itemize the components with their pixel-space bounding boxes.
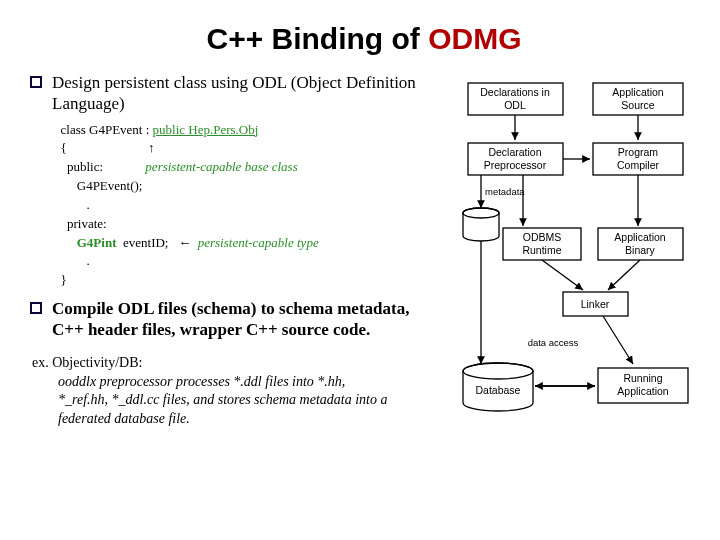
bullet-item: Compile ODL files (schema) to schema met…	[30, 298, 445, 341]
workflow-diagram: Declarations in ODL Application Source D…	[453, 78, 698, 423]
arrow-left-icon: ←	[178, 235, 198, 250]
bullet-1-text: Design persistent class using ODL (Objec…	[52, 72, 445, 115]
diag-dataaccess-label: data access	[528, 337, 579, 348]
code-annot-type: persistent-capable type	[198, 235, 319, 250]
svg-line-20	[542, 260, 583, 290]
code-inherit: public Hep.Pers.Obj	[153, 122, 259, 137]
code-annot-base: persistent-capable base class	[103, 159, 298, 174]
diag-progcomp: Program	[618, 146, 659, 158]
arrow-up-icon: ↑	[67, 140, 155, 155]
diag-runtime: ODBMS	[523, 231, 562, 243]
bullet-2-text: Compile ODL files (schema) to schema met…	[52, 298, 445, 341]
diag-runapp: Running	[623, 372, 662, 384]
diag-linker: Linker	[581, 298, 610, 310]
svg-text:Binary: Binary	[625, 244, 656, 256]
code-line: class G4PEvent : public Hep.Pers.Obj	[54, 121, 445, 140]
title-accent: ODMG	[428, 22, 521, 55]
svg-text:Preprocessor: Preprocessor	[484, 159, 547, 171]
diag-preproc: Declaration	[488, 146, 541, 158]
title-prefix: C++ Binding of	[207, 22, 429, 55]
slide-title: C++ Binding of ODMG	[30, 22, 698, 56]
bullet-item: Design persistent class using ODL (Objec…	[30, 72, 445, 115]
code-line: G4Pint eventID; ← persistent-capable typ…	[54, 234, 445, 253]
svg-line-24	[603, 316, 633, 364]
svg-text:Runtime: Runtime	[522, 244, 561, 256]
svg-text:ODL: ODL	[504, 99, 526, 111]
square-bullet-icon	[30, 302, 42, 314]
diag-appbinary: Application	[614, 231, 666, 243]
code-type: G4Pint	[77, 235, 117, 250]
square-bullet-icon	[30, 76, 42, 88]
svg-line-21	[608, 260, 640, 290]
diag-appsource: Application	[612, 86, 664, 98]
code-line: public: persistent-capable base class	[54, 158, 445, 177]
code-line: .	[54, 196, 445, 215]
example-label: ex. Objectivity/DB:	[32, 355, 445, 371]
svg-text:Compiler: Compiler	[617, 159, 660, 171]
code-line: G4PEvent();	[54, 177, 445, 196]
svg-text:Application: Application	[617, 385, 669, 397]
diag-database: Database	[476, 384, 521, 396]
example-body: ooddlx preprocessor processes *.ddl file…	[58, 373, 398, 430]
code-line: .	[54, 252, 445, 271]
code-line: { ↑	[54, 139, 445, 158]
svg-text:Source: Source	[621, 99, 654, 111]
code-line: }	[54, 271, 445, 290]
diag-metadata-label: metadata	[485, 186, 525, 197]
code-line: private:	[54, 215, 445, 234]
diag-declarations: Declarations in	[480, 86, 550, 98]
odl-code-block: class G4PEvent : public Hep.Pers.Obj { ↑…	[54, 121, 445, 291]
